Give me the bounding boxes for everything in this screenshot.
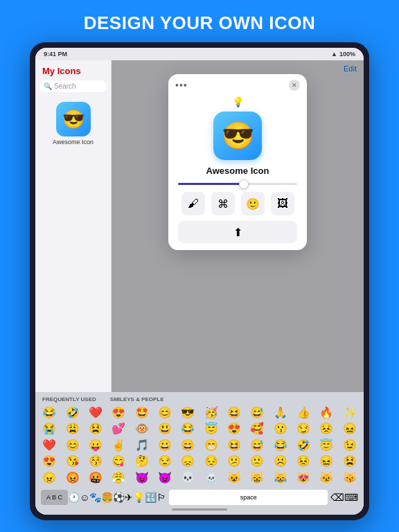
emoji-cell[interactable]: 😩 (61, 421, 83, 436)
emoji-cell[interactable]: 😭 (38, 421, 60, 436)
emoji-cell[interactable]: 😄 (177, 438, 199, 453)
emoji-cell[interactable]: 🤣 (292, 438, 314, 453)
emoji-cell[interactable]: 😗 (269, 421, 292, 436)
emoji-cell[interactable]: 😍 (223, 421, 245, 436)
emoji-cell[interactable]: 😇 (200, 421, 222, 436)
emoji-cell[interactable]: 😛 (85, 438, 107, 453)
emoji-cell[interactable]: 😂 (177, 421, 199, 436)
app-icon-large[interactable]: 😎 (213, 112, 262, 160)
emoji-cell[interactable]: 😤 (107, 470, 130, 486)
travel-icon[interactable]: ✈ (125, 492, 133, 503)
emoji-cell[interactable]: 😸 (246, 470, 268, 486)
space-button[interactable]: space (169, 490, 328, 505)
category-smileys[interactable]: SMILEYS & PEOPLE (110, 396, 164, 402)
emoji-cell[interactable]: 🔥 (315, 405, 337, 420)
sidebar-icon-label: Awesome Icon (53, 139, 94, 145)
home-indicator (172, 508, 227, 511)
emoji-cell[interactable]: 🤬 (85, 470, 107, 486)
emoji-cell[interactable]: 😏 (292, 421, 314, 436)
emoji-cell[interactable]: 💀 (177, 470, 199, 486)
emoji-cell[interactable]: 😖 (339, 421, 361, 436)
delete-icon[interactable]: ⌫ (330, 492, 344, 503)
emoji-cell[interactable]: 😘 (61, 454, 83, 469)
keyboard-icon[interactable]: ⌨ (344, 492, 358, 503)
emoji-cell[interactable]: 🐵 (130, 421, 152, 436)
modal-close-button[interactable]: ✕ (289, 80, 300, 91)
emoji-cell[interactable]: 😫 (85, 421, 107, 436)
emoji-cell[interactable]: 😁 (200, 438, 222, 453)
emoji-cell[interactable]: 🥰 (246, 421, 268, 436)
emoji-cell[interactable]: 🤣 (61, 405, 83, 420)
emoji-cell[interactable]: 😇 (315, 438, 337, 453)
category-frequently-used[interactable]: FREQUENTLY USED (42, 396, 96, 402)
emoji-cell[interactable]: 😉 (339, 438, 361, 453)
face-icon[interactable]: ☺ (80, 492, 89, 503)
emoji-cell[interactable]: 😣 (292, 454, 314, 469)
emoji-cell[interactable]: ✌️ (107, 438, 130, 453)
emoji-cell[interactable]: 😕 (223, 454, 245, 469)
emoji-cell[interactable]: ☠️ (200, 470, 222, 486)
emoji-cell[interactable]: 😡 (61, 470, 83, 486)
emoji-cell[interactable]: 😋 (107, 454, 130, 469)
paw-icon[interactable]: 🐾 (89, 492, 101, 503)
image-tool-button[interactable]: 🖼 (271, 192, 294, 215)
emoji-cell[interactable]: 😀 (154, 438, 176, 453)
brush-tool-button[interactable]: 🖌 (181, 192, 205, 215)
emoji-cell[interactable]: 😒 (154, 454, 176, 469)
emoji-cell[interactable]: 😍 (107, 405, 130, 420)
emoji-cell[interactable]: 😆 (223, 438, 245, 453)
emoji-cell[interactable]: 😹 (269, 470, 292, 486)
emoji-cell[interactable]: 😚 (85, 454, 107, 469)
clock-icon[interactable]: 🕐 (68, 492, 80, 503)
emoji-cell[interactable]: 🤩 (130, 405, 152, 420)
modal-header: ••• ✕ (168, 74, 307, 94)
emoji-cell[interactable]: 😅 (246, 405, 268, 420)
emoji-cell[interactable]: 😞 (177, 454, 199, 469)
share-button[interactable]: ⬆ (178, 221, 297, 243)
emoji-cell[interactable]: 👍 (292, 405, 314, 420)
emoji-cell[interactable]: 😫 (339, 454, 361, 469)
emoji-cell[interactable]: 😈 (130, 470, 152, 486)
command-tool-button[interactable]: ⌘ (211, 192, 235, 215)
objects-icon[interactable]: 💡 (133, 492, 145, 503)
emoji-tool-button[interactable]: 🙂 (241, 192, 265, 215)
emoji-cell[interactable]: 😂 (269, 438, 292, 453)
emoji-cell[interactable]: 💕 (107, 421, 130, 436)
flags-icon[interactable]: 🏳 (157, 492, 166, 503)
emoji-cell[interactable]: ✨ (339, 405, 361, 420)
slider-container[interactable] (178, 183, 297, 185)
emoji-cell[interactable]: 😖 (315, 454, 337, 469)
emoji-cell[interactable]: ❤️ (38, 438, 60, 453)
emoji-cell[interactable]: 👿 (154, 470, 176, 486)
emoji-cell[interactable]: 🙁 (246, 454, 268, 469)
emoji-cell[interactable]: 🙏 (269, 405, 292, 420)
emoji-cell[interactable]: 🤔 (130, 454, 152, 469)
emoji-cell[interactable]: 🥳 (200, 405, 222, 420)
emoji-cell[interactable]: 😣 (315, 421, 337, 436)
emoji-cell[interactable]: 😅 (246, 438, 268, 453)
emoji-cell[interactable]: 😃 (154, 421, 176, 436)
slider-thumb[interactable] (239, 179, 249, 189)
emoji-cell[interactable]: 😂 (38, 405, 60, 420)
emoji-cell[interactable]: 😺 (223, 470, 245, 486)
symbols-icon[interactable]: 🔣 (145, 492, 157, 503)
emoji-cell[interactable]: 😔 (200, 454, 222, 469)
food-icon[interactable]: 🍔 (101, 492, 113, 503)
emoji-cell[interactable]: ❤️ (85, 405, 107, 420)
emoji-cell[interactable]: 😍 (38, 454, 60, 469)
emoji-cell[interactable]: 😻 (292, 470, 314, 486)
sidebar-icon-item[interactable]: 😎 Awesome Icon (39, 98, 107, 150)
emoji-cell[interactable]: 😊 (61, 438, 83, 453)
emoji-cell[interactable]: ☹️ (269, 454, 292, 469)
emoji-cell[interactable]: 😠 (38, 470, 60, 486)
emoji-cell[interactable]: 🎵 (130, 438, 152, 453)
abc-button[interactable]: A B C (41, 490, 68, 505)
emoji-cell[interactable]: 😆 (223, 405, 245, 420)
emoji-cell[interactable]: 😊 (154, 405, 176, 420)
emoji-cell[interactable]: 😎 (177, 405, 199, 420)
emoji-cell[interactable]: 😼 (315, 470, 337, 486)
sidebar-search[interactable]: 🔍 Search (39, 80, 107, 92)
activity-icon[interactable]: ⚽ (113, 492, 125, 503)
sidebar-app-icon: 😎 (56, 102, 91, 136)
emoji-cell[interactable]: 😽 (339, 470, 361, 486)
